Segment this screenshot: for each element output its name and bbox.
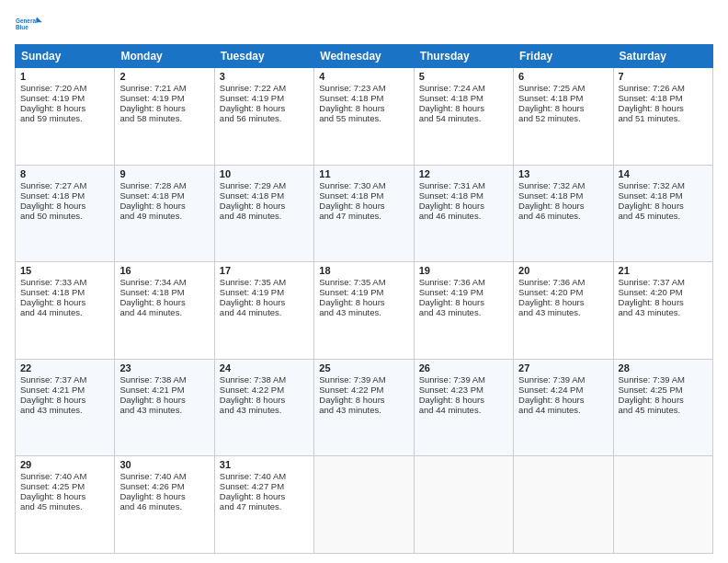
week-row-3: 15Sunrise: 7:33 AMSunset: 4:18 PMDayligh…: [16, 262, 713, 360]
day-info: and 45 minutes.: [619, 211, 708, 221]
day-info: Daylight: 8 hours: [518, 395, 608, 405]
day-number: 30: [119, 459, 209, 470]
day-info: Sunrise: 7:36 AM: [419, 277, 508, 287]
day-number: 21: [619, 265, 708, 276]
week-row-1: 1Sunrise: 7:20 AMSunset: 4:19 PMDaylight…: [16, 68, 713, 166]
day-info: Daylight: 8 hours: [119, 297, 209, 307]
day-info: Daylight: 8 hours: [220, 103, 309, 113]
day-number: 15: [20, 265, 109, 276]
day-info: Sunset: 4:25 PM: [20, 481, 109, 491]
day-info: Sunrise: 7:40 AM: [119, 471, 209, 481]
day-number: 17: [220, 265, 309, 276]
day-cell: 12Sunrise: 7:31 AMSunset: 4:18 PMDayligh…: [414, 165, 513, 262]
day-info: and 47 minutes.: [220, 501, 309, 511]
day-info: Sunrise: 7:29 AM: [220, 180, 309, 190]
day-info: Sunset: 4:21 PM: [20, 385, 109, 395]
day-info: Sunrise: 7:30 AM: [319, 180, 408, 190]
day-info: and 58 minutes.: [119, 113, 209, 123]
day-info: Sunrise: 7:21 AM: [119, 83, 209, 93]
day-info: Sunset: 4:23 PM: [419, 385, 508, 395]
day-info: Sunrise: 7:38 AM: [220, 374, 309, 385]
day-info: Sunset: 4:27 PM: [220, 481, 309, 491]
day-number: 11: [319, 168, 408, 179]
day-info: and 55 minutes.: [319, 113, 408, 123]
day-info: Sunset: 4:25 PM: [619, 385, 708, 395]
day-info: Daylight: 8 hours: [619, 297, 708, 307]
day-info: Daylight: 8 hours: [619, 103, 708, 113]
day-info: Daylight: 8 hours: [518, 297, 608, 307]
day-cell: 30Sunrise: 7:40 AMSunset: 4:26 PMDayligh…: [115, 456, 214, 554]
day-cell: 23Sunrise: 7:38 AMSunset: 4:21 PMDayligh…: [115, 359, 214, 456]
day-cell: 24Sunrise: 7:38 AMSunset: 4:22 PMDayligh…: [214, 359, 313, 456]
day-cell: 7Sunrise: 7:26 AMSunset: 4:18 PMDaylight…: [613, 68, 712, 166]
week-row-4: 22Sunrise: 7:37 AMSunset: 4:21 PMDayligh…: [16, 359, 713, 456]
page: GeneralBlue SundayMondayTuesdayWednesday…: [0, 0, 728, 563]
day-info: and 46 minutes.: [518, 211, 608, 221]
day-cell: 20Sunrise: 7:36 AMSunset: 4:20 PMDayligh…: [514, 262, 613, 360]
day-info: and 43 minutes.: [619, 307, 708, 317]
day-info: Sunset: 4:19 PM: [119, 93, 209, 103]
day-info: Sunset: 4:18 PM: [619, 93, 708, 103]
day-number: 9: [119, 168, 209, 179]
day-info: and 46 minutes.: [119, 501, 209, 511]
day-number: 26: [419, 362, 508, 373]
day-info: Sunset: 4:19 PM: [419, 287, 508, 297]
day-cell: 29Sunrise: 7:40 AMSunset: 4:25 PMDayligh…: [16, 456, 115, 554]
day-info: Sunset: 4:18 PM: [518, 93, 608, 103]
header-row: SundayMondayTuesdayWednesdayThursdayFrid…: [16, 45, 713, 68]
day-info: Daylight: 8 hours: [419, 201, 508, 211]
day-info: Daylight: 8 hours: [319, 297, 408, 307]
day-info: Sunrise: 7:40 AM: [20, 471, 109, 481]
day-info: Daylight: 8 hours: [220, 491, 309, 501]
day-info: Sunset: 4:18 PM: [319, 93, 408, 103]
day-info: Daylight: 8 hours: [619, 201, 708, 211]
day-info: Daylight: 8 hours: [20, 103, 109, 113]
day-number: 4: [319, 71, 408, 82]
day-info: and 56 minutes.: [220, 113, 309, 123]
day-cell: 10Sunrise: 7:29 AMSunset: 4:18 PMDayligh…: [214, 165, 313, 262]
day-info: and 44 minutes.: [518, 405, 608, 415]
col-header-tuesday: Tuesday: [214, 45, 313, 68]
day-info: Sunset: 4:18 PM: [119, 190, 209, 201]
day-info: Sunset: 4:20 PM: [619, 287, 708, 297]
col-header-thursday: Thursday: [414, 45, 513, 68]
day-info: Daylight: 8 hours: [20, 395, 109, 405]
day-info: and 49 minutes.: [119, 211, 209, 221]
day-info: and 50 minutes.: [20, 211, 109, 221]
day-info: and 47 minutes.: [319, 211, 408, 221]
day-info: Sunset: 4:19 PM: [319, 287, 408, 297]
col-header-saturday: Saturday: [613, 45, 712, 68]
day-info: Sunset: 4:24 PM: [518, 385, 608, 395]
day-cell: 13Sunrise: 7:32 AMSunset: 4:18 PMDayligh…: [514, 165, 613, 262]
day-info: Sunset: 4:19 PM: [20, 93, 109, 103]
day-info: Sunrise: 7:39 AM: [518, 374, 608, 385]
day-info: Sunrise: 7:32 AM: [619, 180, 708, 190]
day-info: Sunrise: 7:28 AM: [119, 180, 209, 190]
day-info: Sunset: 4:22 PM: [319, 385, 408, 395]
col-header-wednesday: Wednesday: [314, 45, 414, 68]
day-info: Sunrise: 7:40 AM: [220, 471, 309, 481]
day-cell: 25Sunrise: 7:39 AMSunset: 4:22 PMDayligh…: [314, 359, 414, 456]
day-number: 6: [518, 71, 608, 82]
day-info: Daylight: 8 hours: [119, 201, 209, 211]
day-cell: 4Sunrise: 7:23 AMSunset: 4:18 PMDaylight…: [314, 68, 414, 166]
day-info: Daylight: 8 hours: [220, 297, 309, 307]
day-info: Sunset: 4:18 PM: [419, 190, 508, 201]
day-info: Daylight: 8 hours: [20, 491, 109, 501]
day-info: Sunrise: 7:33 AM: [20, 277, 109, 287]
calendar-table: SundayMondayTuesdayWednesdayThursdayFrid…: [15, 44, 713, 554]
day-info: Sunrise: 7:35 AM: [220, 277, 309, 287]
day-cell: 18Sunrise: 7:35 AMSunset: 4:19 PMDayligh…: [314, 262, 414, 360]
day-number: 27: [518, 362, 608, 373]
day-number: 31: [220, 459, 309, 470]
day-number: 13: [518, 168, 608, 179]
day-cell: 11Sunrise: 7:30 AMSunset: 4:18 PMDayligh…: [314, 165, 414, 262]
day-info: Sunrise: 7:34 AM: [119, 277, 209, 287]
day-info: and 43 minutes.: [119, 405, 209, 415]
day-info: Daylight: 8 hours: [20, 297, 109, 307]
day-info: and 44 minutes.: [20, 307, 109, 317]
day-number: 19: [419, 265, 508, 276]
day-cell: 2Sunrise: 7:21 AMSunset: 4:19 PMDaylight…: [115, 68, 214, 166]
day-info: Sunset: 4:18 PM: [518, 190, 608, 201]
day-info: Sunrise: 7:22 AM: [220, 83, 309, 93]
